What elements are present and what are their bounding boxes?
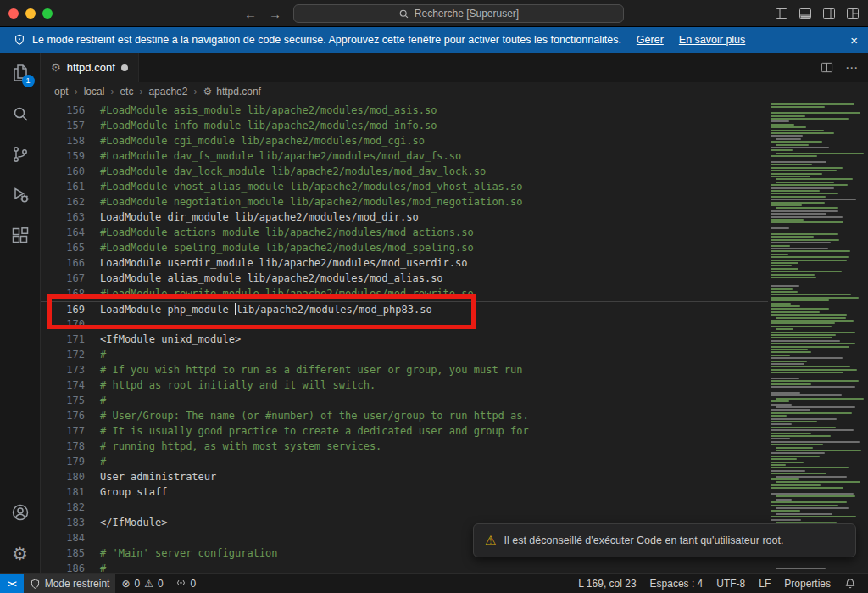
minimap-line xyxy=(771,394,842,396)
code-line-165[interactable]: 165#LoadModule speling_module lib/apache… xyxy=(41,240,768,255)
modified-indicator[interactable] xyxy=(121,64,128,71)
language-mode-status[interactable]: Properties xyxy=(777,574,837,593)
code-line-178[interactable]: 178# running httpd, as with most system … xyxy=(41,439,768,454)
code-line-158[interactable]: 158#LoadModule cgi_module lib/apache2/mo… xyxy=(41,133,768,148)
indentation-status[interactable]: Espaces : 4 xyxy=(643,574,710,593)
minimap-line xyxy=(771,115,805,117)
restricted-mode-banner: Le mode restreint est destiné à la navig… xyxy=(0,27,868,53)
code-line-167[interactable]: 167LoadModule alias_module lib/apache2/m… xyxy=(41,271,768,286)
close-window-button[interactable] xyxy=(8,8,19,19)
code-line-157[interactable]: 157#LoadModule info_module lib/apache2/m… xyxy=(41,118,768,133)
sidebar-item-explorer[interactable]: 1 xyxy=(0,53,41,93)
code-line-177[interactable]: 177# It is usually good practice to crea… xyxy=(41,423,768,439)
code-line-179[interactable]: 179# xyxy=(41,454,768,469)
code-line-176[interactable]: 176# User/Group: The name (or #number) o… xyxy=(41,408,768,423)
toggle-secondary-sidebar-icon[interactable] xyxy=(822,7,836,20)
problems-status[interactable]: ⊗ 0 ⚠ 0 xyxy=(115,574,169,593)
minimap-line xyxy=(776,507,849,509)
encoding-status[interactable]: UTF-8 xyxy=(709,574,752,593)
minimap-line xyxy=(771,285,799,287)
ports-status[interactable]: 0 xyxy=(170,574,203,593)
go-back-button[interactable]: ← xyxy=(244,7,257,21)
code-line-180[interactable]: 180User administrateur xyxy=(41,469,768,484)
code-line-174[interactable]: 174# httpd as root initially and it will… xyxy=(41,378,768,393)
minimize-window-button[interactable] xyxy=(25,8,36,19)
code-line-186[interactable]: 186# xyxy=(41,561,768,573)
line-text: #LoadModule rewrite_module lib/apache2/m… xyxy=(85,286,474,301)
minimap-line xyxy=(771,120,789,122)
minimap-line xyxy=(776,398,864,400)
code-line-162[interactable]: 162#LoadModule negotiation_module lib/ap… xyxy=(41,194,768,210)
code-line-168[interactable]: 168#LoadModule rewrite_module lib/apache… xyxy=(41,286,768,301)
notifications-bell-icon[interactable] xyxy=(837,574,863,593)
sidebar-item-search[interactable] xyxy=(0,93,41,134)
minimap[interactable] xyxy=(768,101,865,573)
line-number: 180 xyxy=(41,469,85,484)
minimap-line xyxy=(776,447,813,449)
minimap-line xyxy=(771,501,847,503)
account-icon[interactable] xyxy=(0,492,41,533)
breadcrumb: opt›local›etc›apache2›⚙httpd.conf xyxy=(41,82,868,101)
code-line-175[interactable]: 175# xyxy=(41,393,768,408)
code-line-164[interactable]: 164#LoadModule actions_module lib/apache… xyxy=(41,225,768,240)
code-line-182[interactable]: 182 xyxy=(41,500,768,515)
command-center-search[interactable]: Recherche [Superuser] xyxy=(293,4,624,23)
code-line-160[interactable]: 160#LoadModule dav_lock_module lib/apach… xyxy=(41,164,768,179)
restricted-mode-status[interactable]: Mode restreint xyxy=(24,574,116,593)
code-line-169[interactable]: 169LoadModule php_module lib/apache2/mod… xyxy=(41,301,768,316)
cursor-position-status[interactable]: L 169, col 23 xyxy=(571,574,643,593)
code-line-159[interactable]: 159#LoadModule dav_fs_module lib/apache2… xyxy=(41,148,768,164)
notification-toast[interactable]: ⚠ Il est déconseillé d'exécuter Code en … xyxy=(473,523,856,557)
minimap-line xyxy=(771,429,854,431)
minimap-line xyxy=(771,478,799,480)
breadcrumb-item-httpd.conf[interactable]: httpd.conf xyxy=(216,86,261,98)
minimap-line xyxy=(771,400,789,402)
code-line-181[interactable]: 181Group staff xyxy=(41,484,768,500)
line-text: LoadModule php_module lib/apache2/module… xyxy=(85,302,432,316)
line-text: #LoadModule dav_fs_module lib/apache2/mo… xyxy=(85,148,461,164)
minimap-line xyxy=(771,444,823,445)
minimap-line xyxy=(771,190,820,192)
minimap-line xyxy=(771,363,804,365)
code-line-172[interactable]: 172# xyxy=(41,347,768,362)
minimap-line xyxy=(771,299,829,301)
banner-close-icon[interactable]: × xyxy=(850,33,858,48)
editor[interactable]: 155#LoadModule autoindex_module lib/apac… xyxy=(41,101,868,573)
manage-link[interactable]: Gérer xyxy=(637,34,664,46)
toggle-primary-sidebar-icon[interactable] xyxy=(775,7,788,20)
minimap-line xyxy=(776,450,861,451)
breadcrumb-item-apache2[interactable]: apache2 xyxy=(148,86,187,98)
code-line-163[interactable]: 163LoadModule dir_module lib/apache2/mod… xyxy=(41,210,768,225)
tab-httpd-conf[interactable]: ⚙ httpd.conf xyxy=(41,53,139,82)
breadcrumb-item-local[interactable]: local xyxy=(84,86,105,98)
sidebar-item-source-control[interactable] xyxy=(0,134,41,175)
toggle-panel-icon[interactable] xyxy=(798,7,812,20)
code-line-171[interactable]: 171<IfModule unixd_module> xyxy=(41,332,768,347)
breadcrumb-item-etc[interactable]: etc xyxy=(120,86,133,98)
minimap-line xyxy=(771,124,794,126)
split-editor-icon[interactable] xyxy=(821,61,833,74)
remote-indicator[interactable]: >< xyxy=(0,574,24,593)
minimap-line xyxy=(771,404,792,406)
customize-layout-icon[interactable] xyxy=(846,7,860,20)
minimap-line xyxy=(771,467,849,468)
more-actions-icon[interactable]: ⋯ xyxy=(845,60,858,76)
minimap-line xyxy=(771,164,812,165)
go-forward-button[interactable]: → xyxy=(269,7,281,21)
learn-more-link[interactable]: En savoir plus xyxy=(679,34,746,46)
settings-gear-icon[interactable]: ⚙ xyxy=(0,533,41,573)
code-line-156[interactable]: 156#LoadModule asis_module lib/apache2/m… xyxy=(41,103,768,118)
sidebar-item-extensions[interactable] xyxy=(0,215,41,256)
minimap-line xyxy=(771,487,843,489)
breadcrumb-item-opt[interactable]: opt xyxy=(54,86,69,98)
eol-status[interactable]: LF xyxy=(752,574,777,593)
minimap-line xyxy=(771,346,849,348)
minimap-line xyxy=(771,173,822,175)
zoom-window-button[interactable] xyxy=(42,8,53,19)
code-line-161[interactable]: 161#LoadModule vhost_alias_module lib/ap… xyxy=(41,179,768,194)
code-line-170[interactable]: 170 xyxy=(41,316,768,332)
code-line-173[interactable]: 173# If you wish httpd to run as a diffe… xyxy=(41,362,768,378)
code-line-166[interactable]: 166LoadModule userdir_module lib/apache2… xyxy=(41,255,768,271)
minimap-line xyxy=(771,351,811,353)
sidebar-item-run-debug[interactable] xyxy=(0,175,41,215)
